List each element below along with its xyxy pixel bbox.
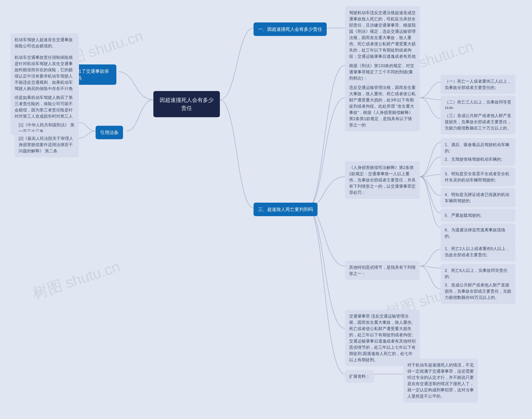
branch-3-s3-item-0: 1、死亡2人以上或者重伤5人以上，负故全部或者主要责任; — [441, 242, 515, 261]
branch-3-s2-item-2: 3、明知是安全装置不全或者安全机件失灵的机动车辆而驾驶的; — [441, 167, 515, 186]
branch-3-s2-intro: 《人身损害赔偿司法解释》第2条第2款规定：交通肇事致一人以上重伤，负事故全部或者… — [345, 161, 420, 199]
branch-4-title: 引用法条 — [96, 126, 123, 139]
branch-3-s2-item-1: 2、无驾驶资格驾驶机动车辆的; — [441, 153, 515, 166]
branch-3-s2-item-4: 5、严重超载驾驶的; — [441, 209, 515, 222]
branch-2-item-0: 机动车驾驶人超速发生交通事故保险公司也会赔偿的。 — [10, 33, 79, 52]
branch-3-s2-item-3: 4、明知是无牌证或者已报废的机动车辆而驾驶的; — [441, 188, 515, 207]
branch-3-s4: 交通肇事罪 违反交通运输管理法规，因而发生重大事故，致人重伤、死亡或者使公私财产… — [345, 310, 420, 366]
branch-3-s1-intro: 根据《刑法》第133条的规定，对交通肇事罪规定了三个不同的刑级(量刑档次)： — [345, 59, 420, 85]
branch-3-s2-item-5: 6、为逃避法律追究逃离事故现场的。 — [441, 223, 515, 243]
branch-4-item-1: [2]《最高人民法院关于审理人身损害赔偿案件适用法律若干问题的解释》 第二条 — [14, 132, 79, 157]
branch-3-s1-body: 违反交通运输管理法规，因而发生重大事故，致人重伤、死亡或者使公私财产遭受重大损的… — [345, 81, 420, 131]
watermark: 树图 shutu.cn — [30, 257, 123, 304]
branch-3-s1-item-0: （一）死亡一人或者重伤三人以上，负事故全部或者主要责任的; — [441, 75, 515, 94]
branch-3-s5-label: 扩展资料： — [345, 370, 374, 383]
branch-3-s3-item-2: 3、造成公共财产或者他人财产直接损失，负事故全部或主要责任，无能力赔偿数额在60… — [441, 278, 515, 304]
branch-3-title: 三、超速致人死亡要判刑吗 — [254, 203, 318, 216]
branch-3-s5-body: 对于机动车超速撞死人的情况，不见得一定就属于交通肇事罪，这还需要经过专业的认定才… — [403, 358, 478, 403]
branch-3-s1-item-2: （三）造成公共财产或者他人财产直接损失，负事故全部或者主要责任，无能力赔偿数额在… — [441, 109, 515, 134]
branch-1-title: 一、因超速撞死人会有多少责任 — [254, 23, 327, 36]
branch-3-s3-intro: 其他特别恶劣情节，是指具有下列情形之一： — [345, 261, 420, 280]
root-node: 因超速撞死人会有多少责任 — [153, 91, 220, 117]
